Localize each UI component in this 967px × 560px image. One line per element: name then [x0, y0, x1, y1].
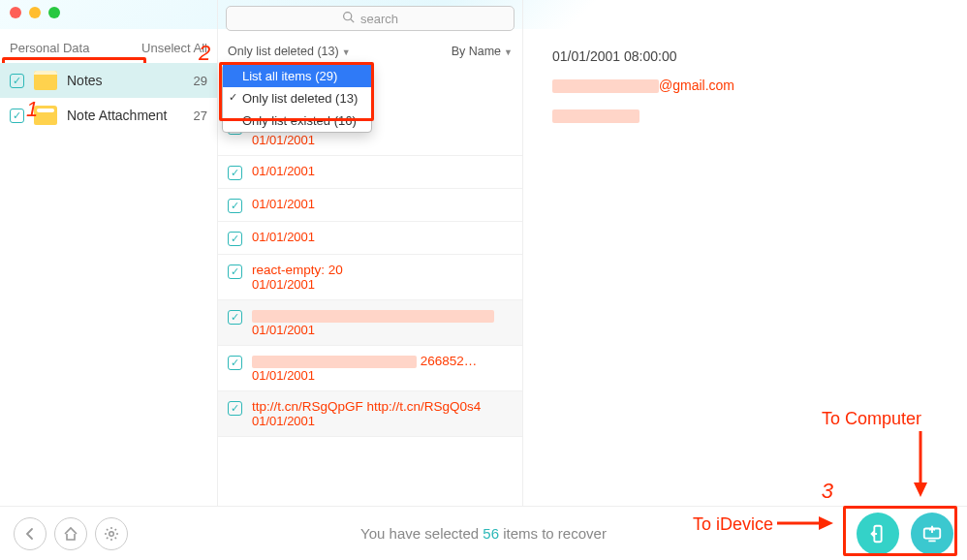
list-item[interactable]: ✓ react-empty: 20 01/01/2001 — [218, 255, 522, 300]
annotation-box-step3 — [843, 506, 957, 556]
sidebar-item-note-attachment[interactable]: ✓ Note Attachment 27 — [0, 98, 217, 133]
note-date: 01/01/2001 — [252, 197, 513, 211]
search-input[interactable]: search — [226, 6, 515, 31]
sidebar-header: Personal Data — [10, 41, 89, 55]
checkbox-icon[interactable]: ✓ — [10, 109, 24, 123]
notes-list-panel: search Only list deleted (13)▼ By Name▼ … — [218, 0, 523, 506]
detail-panel: 01/01/2001 08:00:00 @gmail.com — [523, 0, 967, 506]
footer: You have selected 56 items to recover — [0, 506, 967, 560]
sidebar-item-label: Notes — [67, 73, 103, 88]
checkbox-icon[interactable]: ✓ — [228, 199, 242, 213]
note-date: 01/01/2001 — [252, 133, 513, 147]
sidebar-item-count: 27 — [194, 109, 207, 123]
home-button[interactable] — [54, 517, 87, 550]
checkbox-icon[interactable]: ✓ — [228, 232, 242, 246]
list-item[interactable]: ✓ 01/01/2001 — [218, 300, 522, 346]
sidebar-item-notes[interactable]: ✓ Notes 29 — [0, 63, 217, 98]
checkbox-icon[interactable]: ✓ — [228, 401, 242, 416]
note-title: ttp://t.cn/RSgQpGF http://t.cn/RSgQ0s4 — [252, 399, 513, 414]
notes-icon — [34, 71, 57, 90]
note-date: 01/01/2001 — [252, 414, 513, 428]
detail-email: @gmail.com — [552, 78, 950, 93]
svg-line-1 — [351, 19, 354, 22]
list-item[interactable]: ✓ ttp://t.cn/RSgQpGF http://t.cn/RSgQ0s4… — [218, 391, 522, 437]
search-placeholder: search — [360, 12, 398, 26]
note-title — [252, 308, 513, 323]
svg-point-2 — [109, 531, 114, 536]
sidebar-item-label: Note Attachment — [67, 108, 168, 123]
checkbox-icon[interactable]: ✓ — [228, 356, 242, 370]
back-button[interactable] — [14, 517, 47, 550]
chevron-down-icon: ▼ — [342, 47, 351, 57]
list-item[interactable]: ✓ 266852… 01/01/2001 — [218, 346, 522, 391]
svg-point-0 — [344, 13, 352, 20]
checkbox-icon[interactable]: ✓ — [228, 264, 242, 279]
checkbox-icon[interactable]: ✓ — [10, 74, 24, 88]
search-icon — [342, 11, 355, 26]
sidebar: Personal Data Unselect All ✓ Notes 29 ✓ … — [0, 0, 218, 506]
checkbox-icon[interactable]: ✓ — [228, 166, 242, 180]
selection-status: You have selected 56 items to recover — [360, 525, 607, 542]
annotation-box-step2 — [219, 62, 374, 121]
note-date: 01/01/2001 — [252, 277, 513, 292]
sort-dropdown[interactable]: By Name▼ — [452, 45, 513, 58]
settings-button[interactable] — [95, 517, 128, 550]
detail-body — [552, 107, 950, 122]
note-date: 01/01/2001 — [252, 164, 513, 178]
note-date: 01/01/2001 — [252, 230, 513, 244]
attachment-icon — [34, 106, 57, 125]
note-title: 266852… — [252, 354, 513, 368]
filter-dropdown[interactable]: Only list deleted (13)▼ — [228, 45, 351, 58]
list-item[interactable]: ✓ 01/01/2001 — [218, 156, 522, 189]
list-item[interactable]: ✓ 01/01/2001 — [218, 222, 522, 255]
checkbox-icon[interactable]: ✓ — [228, 310, 242, 325]
detail-timestamp: 01/01/2001 08:00:00 — [552, 48, 950, 64]
note-title: react-empty: 20 — [252, 263, 513, 277]
note-date: 01/01/2001 — [252, 368, 513, 383]
chevron-down-icon: ▼ — [504, 47, 513, 57]
unselect-all-link[interactable]: Unselect All — [141, 41, 207, 55]
note-date: 01/01/2001 — [252, 323, 513, 337]
sidebar-item-count: 29 — [194, 74, 207, 88]
list-item[interactable]: ✓ 01/01/2001 — [218, 189, 522, 222]
